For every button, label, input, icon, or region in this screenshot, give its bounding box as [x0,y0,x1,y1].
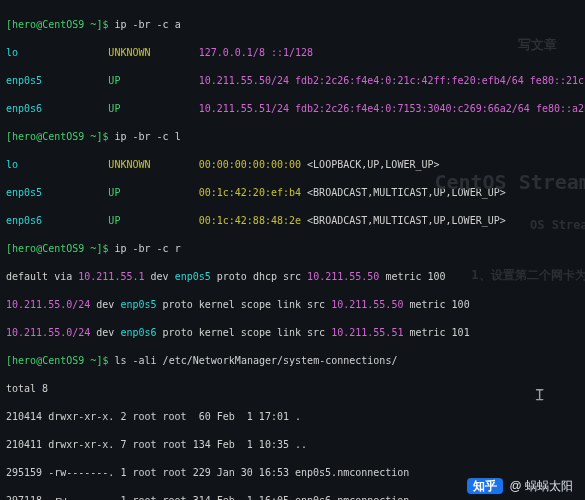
ipl-e5: enp0s5 UP 00:1c:42:20:ef:b4 <BROADCAST,M… [6,186,579,200]
line-cmd2: [hero@CentOS9 ~]$ ip -br -c l [6,130,579,144]
watermark: 知乎@ 蜗蜗太阳 [467,478,573,494]
ipa-e5: enp0s5 UP 10.211.55.50/24 fdb2:2c26:f4e4… [6,74,579,88]
ls-r1: 210414 drwxr-xr-x. 2 root root 60 Feb 1 … [6,410,579,424]
ipl-e6: enp0s6 UP 00:1c:42:88:48:2e <BROADCAST,M… [6,214,579,228]
ls-total: total 8 [6,382,579,396]
line-cmd4: [hero@CentOS9 ~]$ ls -ali /etc/NetworkMa… [6,354,579,368]
ipr-3: 10.211.55.0/24 dev enp0s6 proto kernel s… [6,326,579,340]
ls-r2: 210411 drwxr-xr-x. 7 root root 134 Feb 1… [6,438,579,452]
terminal[interactable]: [hero@CentOS9 ~]$ ip -br -c a lo UNKNOWN… [0,0,585,500]
ipa-e6: enp0s6 UP 10.211.55.51/24 fdb2:2c26:f4e4… [6,102,579,116]
ipr-2: 10.211.55.0/24 dev enp0s5 proto kernel s… [6,298,579,312]
line-cmd3: [hero@CentOS9 ~]$ ip -br -c r [6,242,579,256]
ipr-1: default via 10.211.55.1 dev enp0s5 proto… [6,270,579,284]
ipa-lo: lo UNKNOWN 127.0.0.1/8 ::1/128 [6,46,579,60]
zhihu-logo-icon: 知乎 [467,478,503,494]
line-cmd1: [hero@CentOS9 ~]$ ip -br -c a [6,18,579,32]
ls-r4: 297118 -rw-------. 1 root root 314 Feb 1… [6,494,579,500]
ipl-lo: lo UNKNOWN 00:00:00:00:00:00 <LOOPBACK,U… [6,158,579,172]
